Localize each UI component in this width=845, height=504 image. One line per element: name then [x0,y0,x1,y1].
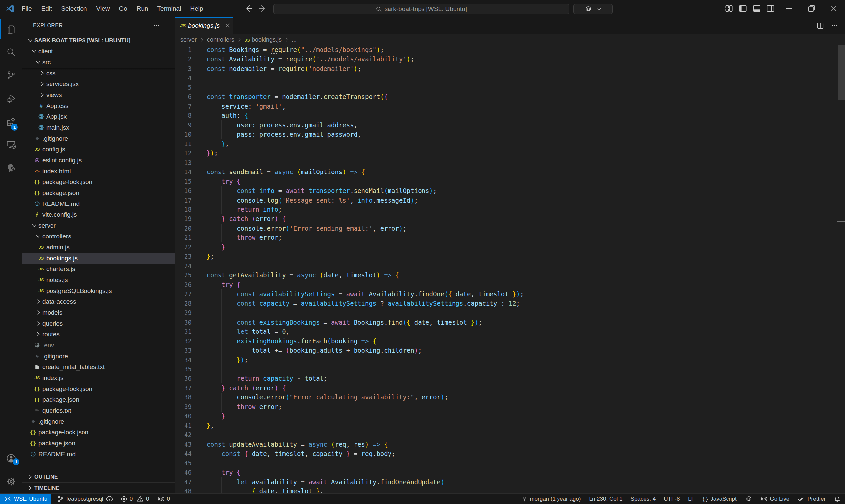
panel-outline[interactable]: OUTLINE [22,471,175,482]
code-line-17[interactable]: 17 console.log('Message sent: %s', info.… [175,196,845,205]
code-line-30[interactable]: 30 const existingBookings = await Bookin… [175,318,845,327]
tree-row-data-access[interactable]: data-access [22,296,175,307]
code-line-2[interactable]: 2const Availability = require('../models… [175,54,845,64]
tree-row-package-lock.json[interactable]: {}package-lock.json [22,427,175,438]
toggle-panel-icon[interactable] [753,4,761,13]
tree-row-create-inital-tables.txt[interactable]: create_inital_tables.txt [22,361,175,372]
minimize-button[interactable] [778,0,800,17]
activity-settings-icon[interactable] [0,470,22,492]
tree-row-.env[interactable]: .env [22,340,175,350]
code-line-43[interactable]: 43const updateAvailability = async (req,… [175,440,845,449]
tree-row-postgresqlbookings.js[interactable]: JSpostgreSQLBookings.js [22,285,175,296]
toggle-secondary-sidebar-icon[interactable] [767,4,775,13]
code-line-8[interactable]: 8 auth: { [175,111,845,120]
code-line-4[interactable]: 4 [175,73,845,83]
tree-row-app.css[interactable]: #App.css [22,100,175,111]
code-line-29[interactable]: 29 [175,308,845,318]
git-blame-item[interactable]: morgan (1 year ago) [522,496,581,502]
code-line-34[interactable]: 34 }); [175,355,845,365]
tree-row-models[interactable]: models [22,307,175,318]
code-line-19[interactable]: 19 } catch (error) { [175,214,845,223]
tree-row-notes.js[interactable]: JSnotes.js [22,274,175,285]
code-line-33[interactable]: 33 total += (booking.adults + booking.ch… [175,346,845,355]
copilot-status-item[interactable] [745,495,753,503]
tree-row-charters.js[interactable]: JScharters.js [22,264,175,274]
code-line-35[interactable]: 35 [175,364,845,374]
tree-row-queries.txt[interactable]: queries.txt [22,405,175,416]
code-line-47[interactable]: 47 let availability = await Availability… [175,477,845,487]
code-line-6[interactable]: 6const transporter = nodemailer.createTr… [175,92,845,102]
tree-row-config.js[interactable]: JSconfig.js [22,144,175,155]
code-line-16[interactable]: 16 const info = await transporter.sendMa… [175,186,845,196]
nav-back-button[interactable] [245,4,253,13]
tree-row-package-lock.json[interactable]: {}package-lock.json [22,383,175,394]
code-line-28[interactable]: 28 const capacity = availabilitySettings… [175,299,845,308]
code-line-23[interactable]: 23}; [175,252,845,261]
code-line-48[interactable]: 48 { date, timeslot }, [175,487,845,493]
tree-row-.gitignore[interactable]: .gitignore [22,416,175,427]
menu-selection[interactable]: Selection [56,0,91,17]
tree-row-vite.config.js[interactable]: vite.config.js [22,209,175,220]
tree-row-routes[interactable]: routes [22,329,175,340]
activity-search-icon[interactable] [0,41,22,63]
code-line-31[interactable]: 31 let total = 0; [175,327,845,337]
code-line-27[interactable]: 27 const availabilitySettings = await Av… [175,289,845,299]
tree-row-src[interactable]: src [22,57,175,68]
editor-scrollbar-thumb[interactable] [839,45,845,100]
command-center-search[interactable]: sark-boat-trips [WSL: Ubuntu] [273,4,569,14]
breadcrumb-item[interactable]: server [180,36,197,43]
menu-go[interactable]: Go [114,0,132,17]
tree-row-client[interactable]: client [22,46,175,57]
tree-row-.gitignore[interactable]: .gitignore [22,133,175,144]
tree-row-index.html[interactable]: <>index.html [22,166,175,177]
activity-extensions-icon[interactable]: 1 [0,110,22,132]
tree-row-index.js[interactable]: JSindex.js [22,372,175,383]
code-line-37[interactable]: 37 } catch (error) { [175,383,845,393]
code-line-39[interactable]: 39 throw error; [175,402,845,412]
activity-source-control-icon[interactable] [0,64,22,86]
code-line-46[interactable]: 46 try { [175,468,845,477]
code-line-14[interactable]: 14const sendEmail = async (mailOptions) … [175,167,845,177]
toggle-primary-sidebar-icon[interactable] [739,4,747,13]
indentation-item[interactable]: Spaces: 4 [631,496,656,502]
activity-postgresql-explorer-icon[interactable] [0,157,22,178]
notifications-item[interactable] [834,496,841,502]
activity-explorer-icon[interactable] [0,18,22,40]
close-window-button[interactable] [823,0,845,17]
tree-row-readme.md[interactable]: README.md [22,449,175,460]
code-line-24[interactable]: 24 [175,261,845,271]
code-line-3[interactable]: 3const nodemailer = require('nodemailer'… [175,64,845,74]
language-mode-item[interactable]: { } JavaScript [703,496,736,502]
problems-item[interactable]: 0 0 [121,496,149,502]
tab-close-icon[interactable] [225,22,231,29]
breadcrumb-item[interactable]: ... [292,36,297,43]
tree-row-controllers[interactable]: controllers [22,231,175,242]
restore-button[interactable] [800,0,823,17]
split-editor-icon[interactable] [816,22,824,29]
code-line-26[interactable]: 26 try { [175,280,845,290]
cursor-position-item[interactable]: Ln 230, Col 1 [589,496,622,502]
code-line-11[interactable]: 11 }, [175,139,845,149]
code-line-13[interactable]: 13 [175,158,845,167]
code-line-45[interactable]: 45 [175,458,845,468]
git-branch-item[interactable]: feat/postgresql [57,496,112,502]
tree-row-bookings.js[interactable]: JSbookings.js [22,253,175,264]
code-line-22[interactable]: 22 } [175,242,845,252]
tree-row-views[interactable]: views [22,89,175,100]
menu-help[interactable]: Help [186,0,208,17]
menu-run[interactable]: Run [132,0,153,17]
code-line-20[interactable]: 20 console.error('Error sending email:',… [175,223,845,233]
tree-row-package-lock.json[interactable]: {}package-lock.json [22,177,175,187]
customize-layout-icon[interactable] [725,4,733,13]
code-line-41[interactable]: 41}; [175,421,845,430]
nav-forward-button[interactable] [258,4,266,13]
menu-edit[interactable]: Edit [37,0,57,17]
formatter-item[interactable]: Prettier [797,495,826,503]
menu-terminal[interactable]: Terminal [153,0,186,17]
tree-row-services.jsx[interactable]: services.jsx [22,78,175,89]
tree-row-sark-boat-trips-wsl-ubuntu-[interactable]: SARK-BOAT-TRIPS [WSL: UBUNTU] [22,35,175,46]
tree-row-.gitignore[interactable]: .gitignore [22,350,175,361]
code-line-36[interactable]: 36 return capacity - total; [175,374,845,383]
ports-item[interactable]: 0 [158,496,170,502]
tab-bookings-js[interactable]: JS bookings.js [175,17,233,34]
